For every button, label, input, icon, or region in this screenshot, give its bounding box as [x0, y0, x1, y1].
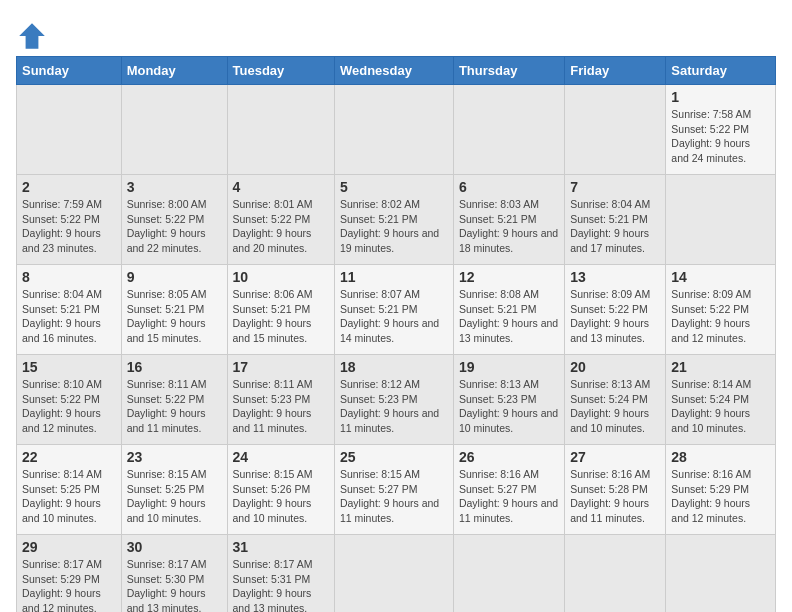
day-detail: Sunrise: 8:15 AMSunset: 5:25 PMDaylight:… — [127, 467, 222, 526]
day-detail: Sunrise: 8:00 AMSunset: 5:22 PMDaylight:… — [127, 197, 222, 256]
day-detail: Sunrise: 8:13 AMSunset: 5:24 PMDaylight:… — [570, 377, 660, 436]
day-number: 16 — [127, 359, 222, 375]
day-number: 20 — [570, 359, 660, 375]
day-detail: Sunrise: 8:17 AMSunset: 5:30 PMDaylight:… — [127, 557, 222, 612]
calendar-cell: 2Sunrise: 7:59 AMSunset: 5:22 PMDaylight… — [17, 175, 122, 265]
calendar-cell: 25Sunrise: 8:15 AMSunset: 5:27 PMDayligh… — [334, 445, 453, 535]
day-detail: Sunrise: 7:58 AMSunset: 5:22 PMDaylight:… — [671, 107, 770, 166]
day-number: 25 — [340, 449, 448, 465]
day-detail: Sunrise: 8:15 AMSunset: 5:26 PMDaylight:… — [233, 467, 329, 526]
day-detail: Sunrise: 8:13 AMSunset: 5:23 PMDaylight:… — [459, 377, 559, 436]
day-number: 11 — [340, 269, 448, 285]
logo-icon — [16, 20, 48, 52]
day-number: 28 — [671, 449, 770, 465]
day-number: 15 — [22, 359, 116, 375]
day-number: 29 — [22, 539, 116, 555]
day-number: 5 — [340, 179, 448, 195]
col-header-thursday: Thursday — [453, 57, 564, 85]
calendar-cell: 9Sunrise: 8:05 AMSunset: 5:21 PMDaylight… — [121, 265, 227, 355]
calendar-cell: 26Sunrise: 8:16 AMSunset: 5:27 PMDayligh… — [453, 445, 564, 535]
day-number: 3 — [127, 179, 222, 195]
day-number: 19 — [459, 359, 559, 375]
day-detail: Sunrise: 8:11 AMSunset: 5:22 PMDaylight:… — [127, 377, 222, 436]
calendar-cell — [565, 535, 666, 613]
day-number: 27 — [570, 449, 660, 465]
calendar-cell: 3Sunrise: 8:00 AMSunset: 5:22 PMDaylight… — [121, 175, 227, 265]
col-header-saturday: Saturday — [666, 57, 776, 85]
day-number: 30 — [127, 539, 222, 555]
day-number: 7 — [570, 179, 660, 195]
calendar-cell: 5Sunrise: 8:02 AMSunset: 5:21 PMDaylight… — [334, 175, 453, 265]
day-number: 6 — [459, 179, 559, 195]
day-number: 12 — [459, 269, 559, 285]
day-number: 14 — [671, 269, 770, 285]
day-detail: Sunrise: 8:05 AMSunset: 5:21 PMDaylight:… — [127, 287, 222, 346]
day-number: 8 — [22, 269, 116, 285]
day-detail: Sunrise: 8:06 AMSunset: 5:21 PMDaylight:… — [233, 287, 329, 346]
day-number: 17 — [233, 359, 329, 375]
day-number: 4 — [233, 179, 329, 195]
calendar-cell — [17, 85, 122, 175]
calendar-cell: 30Sunrise: 8:17 AMSunset: 5:30 PMDayligh… — [121, 535, 227, 613]
calendar-cell: 12Sunrise: 8:08 AMSunset: 5:21 PMDayligh… — [453, 265, 564, 355]
day-detail: Sunrise: 8:09 AMSunset: 5:22 PMDaylight:… — [570, 287, 660, 346]
col-header-sunday: Sunday — [17, 57, 122, 85]
day-number: 9 — [127, 269, 222, 285]
day-detail: Sunrise: 8:16 AMSunset: 5:27 PMDaylight:… — [459, 467, 559, 526]
day-number: 23 — [127, 449, 222, 465]
calendar-cell — [334, 535, 453, 613]
day-detail: Sunrise: 8:14 AMSunset: 5:24 PMDaylight:… — [671, 377, 770, 436]
day-number: 24 — [233, 449, 329, 465]
col-header-tuesday: Tuesday — [227, 57, 334, 85]
day-detail: Sunrise: 8:02 AMSunset: 5:21 PMDaylight:… — [340, 197, 448, 256]
day-number: 13 — [570, 269, 660, 285]
day-detail: Sunrise: 8:14 AMSunset: 5:25 PMDaylight:… — [22, 467, 116, 526]
day-number: 1 — [671, 89, 770, 105]
calendar-cell: 29Sunrise: 8:17 AMSunset: 5:29 PMDayligh… — [17, 535, 122, 613]
calendar-cell: 24Sunrise: 8:15 AMSunset: 5:26 PMDayligh… — [227, 445, 334, 535]
logo — [16, 20, 52, 52]
day-detail: Sunrise: 8:04 AMSunset: 5:21 PMDaylight:… — [22, 287, 116, 346]
calendar-cell: 15Sunrise: 8:10 AMSunset: 5:22 PMDayligh… — [17, 355, 122, 445]
calendar-cell — [666, 535, 776, 613]
day-number: 10 — [233, 269, 329, 285]
day-detail: Sunrise: 8:10 AMSunset: 5:22 PMDaylight:… — [22, 377, 116, 436]
day-detail: Sunrise: 8:11 AMSunset: 5:23 PMDaylight:… — [233, 377, 329, 436]
day-detail: Sunrise: 7:59 AMSunset: 5:22 PMDaylight:… — [22, 197, 116, 256]
calendar-cell — [453, 535, 564, 613]
day-detail: Sunrise: 8:03 AMSunset: 5:21 PMDaylight:… — [459, 197, 559, 256]
calendar-cell: 20Sunrise: 8:13 AMSunset: 5:24 PMDayligh… — [565, 355, 666, 445]
day-detail: Sunrise: 8:17 AMSunset: 5:29 PMDaylight:… — [22, 557, 116, 612]
calendar-cell: 31Sunrise: 8:17 AMSunset: 5:31 PMDayligh… — [227, 535, 334, 613]
calendar-cell: 16Sunrise: 8:11 AMSunset: 5:22 PMDayligh… — [121, 355, 227, 445]
day-detail: Sunrise: 8:16 AMSunset: 5:29 PMDaylight:… — [671, 467, 770, 526]
calendar-cell: 7Sunrise: 8:04 AMSunset: 5:21 PMDaylight… — [565, 175, 666, 265]
day-number: 22 — [22, 449, 116, 465]
calendar-cell: 21Sunrise: 8:14 AMSunset: 5:24 PMDayligh… — [666, 355, 776, 445]
calendar-cell — [453, 85, 564, 175]
day-detail: Sunrise: 8:16 AMSunset: 5:28 PMDaylight:… — [570, 467, 660, 526]
calendar-cell: 4Sunrise: 8:01 AMSunset: 5:22 PMDaylight… — [227, 175, 334, 265]
day-detail: Sunrise: 8:17 AMSunset: 5:31 PMDaylight:… — [233, 557, 329, 612]
day-number: 18 — [340, 359, 448, 375]
calendar-cell: 1Sunrise: 7:58 AMSunset: 5:22 PMDaylight… — [666, 85, 776, 175]
col-header-monday: Monday — [121, 57, 227, 85]
day-number: 31 — [233, 539, 329, 555]
calendar-cell: 6Sunrise: 8:03 AMSunset: 5:21 PMDaylight… — [453, 175, 564, 265]
calendar-cell: 13Sunrise: 8:09 AMSunset: 5:22 PMDayligh… — [565, 265, 666, 355]
calendar-cell — [334, 85, 453, 175]
calendar-cell: 28Sunrise: 8:16 AMSunset: 5:29 PMDayligh… — [666, 445, 776, 535]
calendar-cell: 10Sunrise: 8:06 AMSunset: 5:21 PMDayligh… — [227, 265, 334, 355]
header — [16, 16, 776, 52]
calendar-cell: 8Sunrise: 8:04 AMSunset: 5:21 PMDaylight… — [17, 265, 122, 355]
calendar-cell: 27Sunrise: 8:16 AMSunset: 5:28 PMDayligh… — [565, 445, 666, 535]
col-header-friday: Friday — [565, 57, 666, 85]
calendar-table: SundayMondayTuesdayWednesdayThursdayFrid… — [16, 56, 776, 612]
day-detail: Sunrise: 8:15 AMSunset: 5:27 PMDaylight:… — [340, 467, 448, 526]
day-detail: Sunrise: 8:08 AMSunset: 5:21 PMDaylight:… — [459, 287, 559, 346]
day-detail: Sunrise: 8:07 AMSunset: 5:21 PMDaylight:… — [340, 287, 448, 346]
calendar-cell — [121, 85, 227, 175]
day-detail: Sunrise: 8:09 AMSunset: 5:22 PMDaylight:… — [671, 287, 770, 346]
calendar-cell: 19Sunrise: 8:13 AMSunset: 5:23 PMDayligh… — [453, 355, 564, 445]
calendar-cell: 18Sunrise: 8:12 AMSunset: 5:23 PMDayligh… — [334, 355, 453, 445]
